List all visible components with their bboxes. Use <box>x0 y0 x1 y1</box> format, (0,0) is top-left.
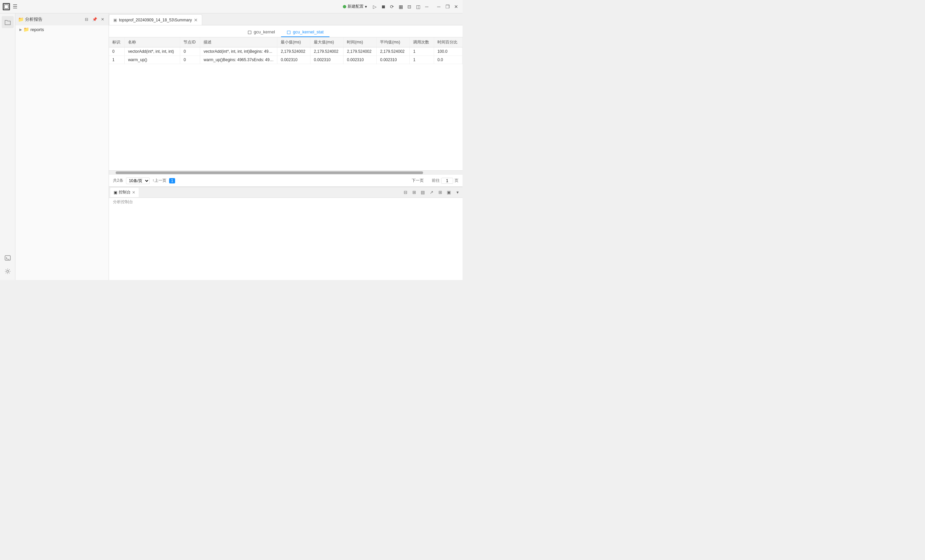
refresh-icon[interactable]: ⟳ <box>388 3 396 11</box>
console-tab[interactable]: ▣ 控制台 ✕ <box>110 188 139 197</box>
page-unit: 页 <box>455 178 458 184</box>
close-button[interactable]: ✕ <box>452 3 460 11</box>
status-dot <box>343 5 346 8</box>
minimize-button[interactable]: ─ <box>435 3 443 11</box>
page-goto: 下一页 前往 页 <box>412 178 458 184</box>
col-call-count: 调用次数 <box>410 38 434 47</box>
tab-gcu-kernel[interactable]: gcu_kernel <box>242 28 281 37</box>
titlebar: ☰ 新建配置 ▾ ▷ ⏹ ⟳ ▦ ⊟ ◫ ─ ─ ❐ ✕ <box>0 0 462 14</box>
cell-min-ms: 0.002310 <box>277 56 310 64</box>
console-save-icon[interactable]: ↗ <box>428 189 435 196</box>
prev-page-button[interactable]: ↑上一页 <box>152 178 166 184</box>
new-config-label: 新建配置 <box>348 4 364 9</box>
grid-icon[interactable]: ▦ <box>397 3 404 11</box>
cell-call-count: 1 <box>410 47 434 56</box>
file-tree-panel: 📁 分析报告 ⊟ 📌 ✕ ▶ 📁 reports <box>15 14 109 280</box>
pin-panel-icon[interactable]: 📌 <box>91 16 98 23</box>
win-controls: ─ ❐ ✕ <box>435 3 460 11</box>
hamburger-icon[interactable]: ☰ <box>13 3 17 10</box>
new-config-button[interactable]: 新建配置 ▾ <box>341 3 369 10</box>
content-area: ▣ topsprof_20240909_14_18_53\Summary ✕ g… <box>109 14 462 280</box>
cell-desc: warm_up()Begins: 4965.37sEnds: 4965.37s … <box>200 56 277 64</box>
horizontal-scrollbar-thumb[interactable] <box>116 172 423 174</box>
horizontal-scrollbar[interactable] <box>109 170 462 175</box>
console-more-icon[interactable]: ▾ <box>454 189 461 196</box>
tab-gcu-kernel-stat[interactable]: gcu_kernel_stat <box>281 28 330 37</box>
tab-label: topsprof_20240909_14_18_53\Summary <box>119 18 192 23</box>
close-panel-icon[interactable]: ✕ <box>99 16 106 23</box>
console-tab-close-icon[interactable]: ✕ <box>132 190 136 195</box>
console-icon: ▣ <box>114 190 117 195</box>
col-name: 名称 <box>125 38 180 47</box>
tab-icon: ▣ <box>113 18 117 23</box>
tab-summary[interactable]: ▣ topsprof_20240909_14_18_53\Summary ✕ <box>109 14 202 25</box>
total-count: 共2条 <box>113 178 123 184</box>
tab-gcu-kernel-stat-icon <box>287 31 291 34</box>
dropdown-arrow-icon: ▾ <box>365 5 367 9</box>
col-id: 标识 <box>109 38 125 47</box>
panel-title-text: 分析报告 <box>25 17 42 23</box>
tab-gcu-kernel-label: gcu_kernel <box>254 29 275 35</box>
svg-point-4 <box>7 270 9 272</box>
tab-close-icon[interactable]: ✕ <box>194 18 198 23</box>
cell-avg-ms: 0.002310 <box>377 56 410 64</box>
restore-button[interactable]: ❐ <box>444 3 451 11</box>
toolbar-icons: ▷ ⏹ ⟳ ▦ ⊟ ◫ ─ <box>371 3 431 11</box>
titlebar-right: 新建配置 ▾ ▷ ⏹ ⟳ ▦ ⊟ ◫ ─ ─ ❐ ✕ <box>341 3 460 11</box>
sidebar-bottom <box>2 252 14 280</box>
console-expand-icon[interactable]: ⊞ <box>410 189 418 196</box>
cell-max-ms: 0.002310 <box>310 56 343 64</box>
col-max-ms: 最大值(ms) <box>310 38 343 47</box>
main-layout: 📁 分析报告 ⊟ 📌 ✕ ▶ 📁 reports ▣ topsprof_2024… <box>0 14 462 280</box>
col-desc: 描述 <box>200 38 277 47</box>
console-tab-label: 控制台 <box>119 190 131 195</box>
col-node-id: 节点ID <box>180 38 200 47</box>
console-layout-icon[interactable]: ▣ <box>445 189 452 196</box>
collapse-panel-icon[interactable]: ⊟ <box>83 16 90 23</box>
data-table: 标识 名称 节点ID 描述 最小值(ms) 最大值(ms) 时间(ms) 平均值… <box>109 38 462 64</box>
page-size-select[interactable]: 10条/页 20条/页 50条/页 <box>126 178 150 184</box>
folder-icon: 📁 <box>23 27 29 32</box>
sidebar-item-folder[interactable] <box>2 16 14 28</box>
layout1-icon[interactable]: ⊟ <box>406 3 413 11</box>
layout3-icon[interactable]: ─ <box>423 3 431 11</box>
cell-id: 1 <box>109 56 125 64</box>
panel-header: 📁 分析报告 ⊟ 📌 ✕ <box>15 14 108 26</box>
bottom-tab-bar: ▣ 控制台 ✕ ⊟ ⊞ ▤ ↗ ⊞ ▣ ▾ <box>109 187 462 198</box>
console-content[interactable] <box>109 206 462 280</box>
console-list-icon[interactable]: ▤ <box>419 189 426 196</box>
tab-gcu-kernel-stat-label: gcu_kernel_stat <box>293 29 324 35</box>
table-row[interactable]: 0 vectorAdd(int*, int, int, int) 0 vecto… <box>109 47 462 56</box>
goto-input[interactable] <box>441 178 453 184</box>
sidebar-item-settings[interactable] <box>2 265 14 277</box>
table-area[interactable]: 标识 名称 节点ID 描述 最小值(ms) 最大值(ms) 时间(ms) 平均值… <box>109 38 462 170</box>
col-time-pct: 时间百分比 <box>434 38 462 47</box>
inner-tab-bar: gcu_kernel gcu_kernel_stat <box>109 26 462 38</box>
console-clear-icon[interactable]: ⊟ <box>402 189 409 196</box>
app-icon <box>3 3 10 11</box>
tree-arrow-icon: ▶ <box>20 28 22 32</box>
tab-gcu-kernel-icon <box>248 31 251 34</box>
next-page-button[interactable]: 下一页 <box>412 178 424 184</box>
cell-desc: vectorAdd(int*, int, int, int)Begins: 49… <box>200 47 277 56</box>
table-row[interactable]: 1 warm_up() 0 warm_up()Begins: 4965.37sE… <box>109 56 462 64</box>
sidebar-item-terminal[interactable] <box>2 252 14 264</box>
layout2-icon[interactable]: ◫ <box>414 3 422 11</box>
console-title: 分析控制台 <box>109 198 462 206</box>
console-grid-icon[interactable]: ⊞ <box>437 189 444 196</box>
cell-name: vectorAdd(int*, int, int, int) <box>125 47 180 56</box>
svg-rect-2 <box>5 256 11 260</box>
goto-label: 前往 <box>432 178 440 184</box>
cell-max-ms: 2,179.524002 <box>310 47 343 56</box>
folder-icon: 📁 <box>18 17 24 22</box>
pagination-bar: 共2条 10条/页 20条/页 50条/页 ↑上一页 1 下一页 前往 页 <box>109 175 462 187</box>
bottom-toolbar: ⊟ ⊞ ▤ ↗ ⊞ ▣ ▾ <box>402 189 461 196</box>
sidebar-icons <box>0 14 15 280</box>
tab-bar: ▣ topsprof_20240909_14_18_53\Summary ✕ <box>109 14 462 26</box>
play-icon[interactable]: ▷ <box>371 3 378 11</box>
panel-title: 📁 分析报告 <box>18 17 42 23</box>
tree-root-item[interactable]: ▶ 📁 reports <box>15 26 108 33</box>
stop-icon[interactable]: ⏹ <box>380 3 387 11</box>
cell-call-count: 1 <box>410 56 434 64</box>
col-avg-ms: 平均值(ms) <box>377 38 410 47</box>
